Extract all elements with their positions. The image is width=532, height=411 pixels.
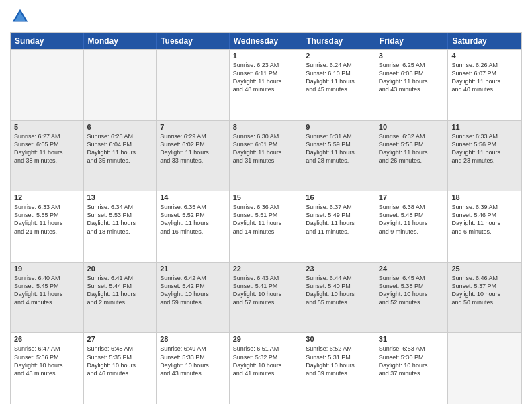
header-day-friday: Friday — [375, 33, 449, 49]
day-number: 3 — [379, 52, 445, 60]
day-number: 2 — [306, 52, 371, 60]
day-number: 29 — [233, 335, 299, 343]
day-cell-9: 9Sunrise: 6:31 AM Sunset: 5:59 PM Daylig… — [302, 121, 375, 191]
day-info: Sunrise: 6:52 AM Sunset: 5:31 PM Dayligh… — [306, 345, 371, 377]
day-info: Sunrise: 6:47 AM Sunset: 5:36 PM Dayligh… — [14, 345, 80, 377]
header-day-saturday: Saturday — [448, 33, 521, 49]
day-number: 14 — [160, 193, 226, 201]
day-cell-5: 5Sunrise: 6:27 AM Sunset: 6:05 PM Daylig… — [11, 121, 84, 191]
day-cell-3: 3Sunrise: 6:25 AM Sunset: 6:08 PM Daylig… — [375, 50, 449, 120]
day-number: 11 — [451, 123, 518, 131]
calendar-row-2: 12Sunrise: 6:33 AM Sunset: 5:55 PM Dayli… — [11, 191, 521, 262]
day-cell-10: 10Sunrise: 6:32 AM Sunset: 5:58 PM Dayli… — [375, 121, 449, 191]
day-info: Sunrise: 6:36 AM Sunset: 5:51 PM Dayligh… — [233, 203, 299, 236]
header-day-wednesday: Wednesday — [230, 33, 303, 49]
day-info: Sunrise: 6:41 AM Sunset: 5:44 PM Dayligh… — [87, 274, 153, 307]
day-cell-29: 29Sunrise: 6:51 AM Sunset: 5:32 PM Dayli… — [230, 333, 303, 404]
day-number: 21 — [160, 265, 226, 273]
day-info: Sunrise: 6:42 AM Sunset: 5:42 PM Dayligh… — [160, 274, 226, 307]
header-day-monday: Monday — [84, 33, 157, 49]
day-number: 8 — [233, 123, 299, 131]
day-info: Sunrise: 6:38 AM Sunset: 5:48 PM Dayligh… — [379, 203, 445, 236]
day-number: 13 — [87, 193, 153, 201]
day-number: 6 — [87, 123, 153, 131]
empty-cell-0-1 — [84, 50, 157, 120]
day-cell-24: 24Sunrise: 6:45 AM Sunset: 5:38 PM Dayli… — [375, 263, 449, 333]
calendar-header: SundayMondayTuesdayWednesdayThursdayFrid… — [11, 33, 521, 49]
day-info: Sunrise: 6:43 AM Sunset: 5:41 PM Dayligh… — [233, 274, 299, 307]
day-info: Sunrise: 6:48 AM Sunset: 5:35 PM Dayligh… — [87, 345, 153, 377]
day-cell-15: 15Sunrise: 6:36 AM Sunset: 5:51 PM Dayli… — [230, 191, 303, 262]
day-number: 20 — [87, 265, 153, 273]
day-cell-17: 17Sunrise: 6:38 AM Sunset: 5:48 PM Dayli… — [375, 191, 449, 262]
day-info: Sunrise: 6:31 AM Sunset: 5:59 PM Dayligh… — [306, 132, 371, 165]
day-number: 19 — [14, 265, 80, 273]
calendar: SundayMondayTuesdayWednesdayThursdayFrid… — [10, 32, 522, 404]
day-number: 10 — [379, 123, 445, 131]
day-cell-26: 26Sunrise: 6:47 AM Sunset: 5:36 PM Dayli… — [11, 333, 84, 404]
day-info: Sunrise: 6:30 AM Sunset: 6:01 PM Dayligh… — [233, 132, 299, 165]
empty-cell-0-2 — [157, 50, 230, 120]
day-info: Sunrise: 6:32 AM Sunset: 5:58 PM Dayligh… — [379, 132, 445, 165]
day-info: Sunrise: 6:25 AM Sunset: 6:08 PM Dayligh… — [379, 61, 445, 94]
day-info: Sunrise: 6:33 AM Sunset: 5:56 PM Dayligh… — [451, 132, 518, 165]
day-number: 28 — [160, 335, 226, 343]
day-cell-31: 31Sunrise: 6:53 AM Sunset: 5:30 PM Dayli… — [375, 333, 449, 404]
logo-icon — [10, 7, 30, 27]
calendar-row-4: 26Sunrise: 6:47 AM Sunset: 5:36 PM Dayli… — [11, 332, 521, 404]
day-cell-20: 20Sunrise: 6:41 AM Sunset: 5:44 PM Dayli… — [84, 263, 157, 333]
day-info: Sunrise: 6:45 AM Sunset: 5:38 PM Dayligh… — [379, 274, 445, 307]
day-info: Sunrise: 6:26 AM Sunset: 6:07 PM Dayligh… — [451, 61, 518, 94]
day-number: 7 — [160, 123, 226, 131]
day-number: 1 — [233, 52, 299, 60]
day-info: Sunrise: 6:23 AM Sunset: 6:11 PM Dayligh… — [233, 61, 299, 94]
day-cell-6: 6Sunrise: 6:28 AM Sunset: 6:04 PM Daylig… — [84, 121, 157, 191]
day-number: 23 — [306, 265, 371, 273]
day-info: Sunrise: 6:28 AM Sunset: 6:04 PM Dayligh… — [87, 132, 153, 165]
day-cell-14: 14Sunrise: 6:35 AM Sunset: 5:52 PM Dayli… — [157, 191, 230, 262]
day-cell-12: 12Sunrise: 6:33 AM Sunset: 5:55 PM Dayli… — [11, 191, 84, 262]
header — [10, 7, 522, 27]
day-info: Sunrise: 6:40 AM Sunset: 5:45 PM Dayligh… — [14, 274, 80, 307]
empty-cell-4-6 — [448, 333, 521, 404]
day-info: Sunrise: 6:34 AM Sunset: 5:53 PM Dayligh… — [87, 203, 153, 236]
day-info: Sunrise: 6:37 AM Sunset: 5:49 PM Dayligh… — [306, 203, 371, 236]
calendar-row-0: 1Sunrise: 6:23 AM Sunset: 6:11 PM Daylig… — [11, 49, 521, 120]
header-day-sunday: Sunday — [11, 33, 84, 49]
day-info: Sunrise: 6:27 AM Sunset: 6:05 PM Dayligh… — [14, 132, 80, 165]
empty-cell-0-0 — [11, 50, 84, 120]
header-day-thursday: Thursday — [302, 33, 375, 49]
day-number: 22 — [233, 265, 299, 273]
day-cell-13: 13Sunrise: 6:34 AM Sunset: 5:53 PM Dayli… — [84, 191, 157, 262]
day-cell-7: 7Sunrise: 6:29 AM Sunset: 6:02 PM Daylig… — [157, 121, 230, 191]
day-cell-23: 23Sunrise: 6:44 AM Sunset: 5:40 PM Dayli… — [302, 263, 375, 333]
day-number: 12 — [14, 193, 80, 201]
day-number: 30 — [306, 335, 371, 343]
day-cell-19: 19Sunrise: 6:40 AM Sunset: 5:45 PM Dayli… — [11, 263, 84, 333]
day-info: Sunrise: 6:35 AM Sunset: 5:52 PM Dayligh… — [160, 203, 226, 236]
day-number: 26 — [14, 335, 80, 343]
day-info: Sunrise: 6:49 AM Sunset: 5:33 PM Dayligh… — [160, 345, 226, 377]
day-cell-8: 8Sunrise: 6:30 AM Sunset: 6:01 PM Daylig… — [230, 121, 303, 191]
day-number: 4 — [451, 52, 518, 60]
day-cell-18: 18Sunrise: 6:39 AM Sunset: 5:46 PM Dayli… — [448, 191, 521, 262]
calendar-row-3: 19Sunrise: 6:40 AM Sunset: 5:45 PM Dayli… — [11, 262, 521, 333]
day-number: 31 — [379, 335, 445, 343]
day-number: 9 — [306, 123, 371, 131]
day-info: Sunrise: 6:53 AM Sunset: 5:30 PM Dayligh… — [379, 345, 445, 377]
day-info: Sunrise: 6:29 AM Sunset: 6:02 PM Dayligh… — [160, 132, 226, 165]
day-number: 15 — [233, 193, 299, 201]
day-number: 25 — [451, 265, 518, 273]
day-cell-27: 27Sunrise: 6:48 AM Sunset: 5:35 PM Dayli… — [84, 333, 157, 404]
day-cell-22: 22Sunrise: 6:43 AM Sunset: 5:41 PM Dayli… — [230, 263, 303, 333]
day-cell-1: 1Sunrise: 6:23 AM Sunset: 6:11 PM Daylig… — [230, 50, 303, 120]
header-day-tuesday: Tuesday — [157, 33, 230, 49]
day-number: 27 — [87, 335, 153, 343]
day-number: 5 — [14, 123, 80, 131]
day-number: 16 — [306, 193, 371, 201]
day-cell-25: 25Sunrise: 6:46 AM Sunset: 5:37 PM Dayli… — [448, 263, 521, 333]
calendar-body: 1Sunrise: 6:23 AM Sunset: 6:11 PM Daylig… — [11, 49, 521, 404]
page: SundayMondayTuesdayWednesdayThursdayFrid… — [0, 0, 532, 411]
logo — [10, 7, 33, 27]
day-info: Sunrise: 6:39 AM Sunset: 5:46 PM Dayligh… — [451, 203, 518, 236]
